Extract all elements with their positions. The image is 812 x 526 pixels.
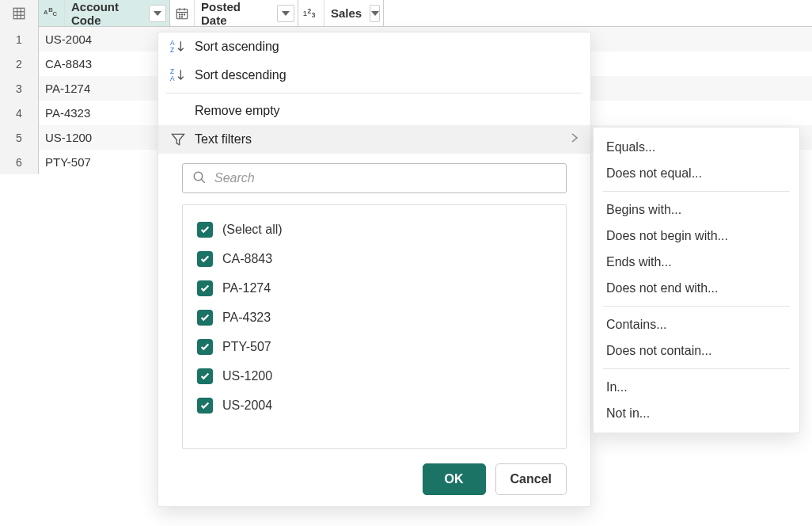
svg-text:C: C (53, 10, 58, 17)
filter-search-box[interactable] (182, 163, 567, 193)
ok-button[interactable]: OK (423, 463, 486, 495)
value-label: (Select all) (222, 223, 283, 237)
select-all-item[interactable]: (Select all) (183, 215, 566, 244)
menu-separator (603, 368, 790, 369)
filter-icon (169, 131, 187, 148)
sort-ascending-item[interactable]: AZ Sort ascending (158, 32, 590, 61)
filter-contains-item[interactable]: Contains... (594, 311, 799, 337)
chevron-right-icon (570, 132, 579, 147)
checkbox-checked-icon[interactable] (197, 339, 213, 355)
value-label: PA-4323 (222, 311, 271, 325)
column-label: Sales (324, 6, 370, 20)
cell-account-code[interactable]: CA-8843 (39, 51, 170, 76)
menu-separator (603, 306, 790, 307)
menu-label: Remove empty (195, 104, 579, 118)
svg-text:Z: Z (170, 46, 174, 54)
menu-label: Text filters (195, 132, 570, 147)
svg-point-16 (179, 16, 180, 17)
svg-text:A: A (44, 8, 48, 15)
column-header-account-code[interactable]: ABC Account Code (39, 0, 170, 26)
svg-marker-8 (154, 11, 161, 16)
cell-account-code[interactable]: PA-4323 (39, 101, 170, 125)
sort-descending-icon: ZA (169, 67, 187, 84)
svg-marker-22 (371, 11, 379, 16)
row-number: 2 (0, 51, 39, 76)
filter-values-list: (Select all) CA-8843 PA-1274 PA-4323 PTY… (182, 204, 567, 449)
value-label: PA-1274 (222, 281, 271, 295)
cell-account-code[interactable]: US-1200 (39, 125, 170, 150)
checkbox-checked-icon[interactable] (197, 280, 213, 296)
menu-separator (166, 93, 582, 93)
svg-text:A: A (170, 74, 175, 82)
svg-point-27 (194, 172, 203, 181)
filter-value-item[interactable]: CA-8843 (183, 244, 566, 273)
menu-separator (603, 191, 790, 192)
checkbox-checked-icon[interactable] (197, 251, 213, 267)
svg-point-17 (181, 16, 182, 17)
remove-empty-item[interactable]: Remove empty (158, 97, 590, 125)
svg-text:3: 3 (312, 10, 316, 18)
value-label: US-2004 (222, 398, 272, 413)
svg-point-15 (184, 13, 184, 14)
filter-dropdown-toggle[interactable] (370, 5, 380, 22)
value-label: US-1200 (222, 369, 272, 383)
row-number: 6 (0, 150, 39, 174)
filter-not-begin-with-item[interactable]: Does not begin with... (594, 223, 799, 249)
filter-equals-item[interactable]: Equals... (594, 134, 799, 160)
text-filters-submenu: Equals... Does not equal... Begins with.… (593, 127, 800, 433)
svg-text:2: 2 (307, 7, 311, 15)
filter-dropdown-toggle[interactable] (149, 5, 166, 22)
checkbox-checked-icon[interactable] (197, 310, 213, 326)
search-icon (192, 170, 207, 187)
svg-point-14 (181, 13, 182, 14)
svg-text:1: 1 (303, 10, 307, 17)
filter-not-end-with-item[interactable]: Does not end with... (594, 275, 799, 301)
row-number: 3 (0, 76, 39, 101)
column-label: Account Code (65, 0, 149, 27)
cell-account-code[interactable]: PA-1274 (39, 76, 170, 101)
filter-in-item[interactable]: In... (594, 374, 799, 400)
value-label: PTY-507 (222, 340, 271, 354)
menu-label: Sort descending (195, 68, 579, 82)
filter-value-item[interactable]: PA-1274 (183, 273, 566, 303)
svg-line-28 (201, 179, 205, 183)
row-number: 1 (0, 27, 39, 51)
cell-account-code[interactable]: US-2004 (39, 27, 170, 51)
checkbox-checked-icon[interactable] (197, 398, 213, 414)
text-filters-item[interactable]: Text filters (158, 125, 590, 154)
filter-not-equal-item[interactable]: Does not equal... (594, 160, 799, 186)
sort-ascending-icon: AZ (169, 38, 187, 55)
date-type-icon (170, 0, 195, 26)
column-label: Posted Date (195, 0, 277, 27)
filter-value-item[interactable]: PTY-507 (183, 332, 566, 361)
sort-descending-item[interactable]: ZA Sort descending (158, 61, 590, 90)
button-label: Cancel (510, 472, 552, 486)
text-type-icon: ABC (39, 0, 65, 26)
cancel-button[interactable]: Cancel (495, 463, 567, 495)
svg-marker-18 (282, 11, 290, 16)
filter-not-contain-item[interactable]: Does not contain... (594, 337, 799, 364)
column-header-sales[interactable]: 123 Sales (298, 0, 384, 26)
checkbox-checked-icon[interactable] (197, 222, 213, 238)
filter-not-in-item[interactable]: Not in... (594, 400, 799, 426)
value-label: CA-8843 (222, 252, 272, 266)
row-number: 4 (0, 101, 39, 125)
row-number: 5 (0, 125, 39, 150)
filter-value-item[interactable]: PA-4323 (183, 303, 566, 332)
column-header-posted-date[interactable]: Posted Date (170, 0, 298, 26)
filter-value-item[interactable]: US-1200 (183, 361, 566, 391)
cell-account-code[interactable]: PTY-507 (39, 150, 170, 174)
filter-ends-with-item[interactable]: Ends with... (594, 249, 799, 275)
column-filter-dropdown: AZ Sort ascending ZA Sort descending Rem… (157, 32, 591, 507)
search-input[interactable] (214, 171, 556, 185)
filter-begins-with-item[interactable]: Begins with... (594, 196, 799, 223)
svg-rect-0 (13, 8, 25, 19)
filter-dropdown-toggle[interactable] (277, 5, 294, 22)
button-label: OK (445, 472, 464, 486)
filter-value-item[interactable]: US-2004 (183, 391, 566, 420)
menu-label: Sort ascending (195, 40, 579, 54)
table-corner-icon[interactable] (0, 0, 39, 27)
column-headers: ABC Account Code Posted Date 123 Sales (0, 0, 812, 27)
svg-point-13 (179, 13, 180, 14)
checkbox-checked-icon[interactable] (197, 368, 213, 384)
